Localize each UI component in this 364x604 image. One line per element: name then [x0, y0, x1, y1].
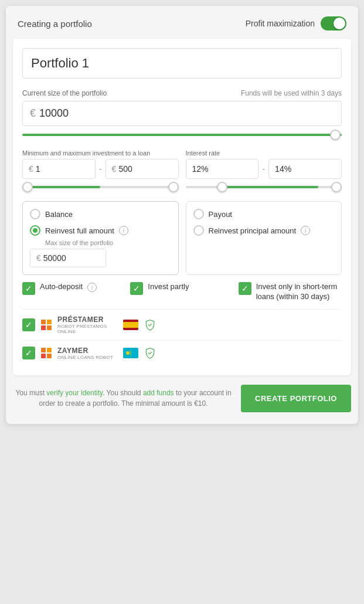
invest-partly-checkbox[interactable]: ✓ — [130, 282, 143, 295]
prestamer-checkbox[interactable]: ✓ — [22, 318, 35, 331]
reinvest-full-info-icon[interactable]: i — [119, 226, 128, 235]
interest-track — [186, 186, 342, 188]
portfolio-size-slider[interactable] — [22, 130, 342, 140]
prestamer-icon — [41, 320, 52, 330]
interest-thumb-right[interactable] — [331, 182, 342, 192]
interest-thumb-left[interactable] — [217, 182, 227, 192]
investment-track — [22, 186, 179, 188]
zaymer-sub: ONLINE LOANS ROBOT — [57, 355, 113, 360]
payout-radio[interactable] — [193, 209, 204, 219]
invest-partly-item: ✓ Invest partly — [130, 282, 233, 302]
portfolio-name-input[interactable] — [22, 48, 342, 79]
prestamer-row: ✓ PRÉSTAMER ROBOT PRÉSTAMOS ONLINE — [22, 309, 342, 340]
reinvest-full-label: Reinvest full amount — [45, 226, 114, 235]
reinvest-full-radio[interactable] — [30, 225, 40, 236]
interest-min-input[interactable] — [192, 164, 253, 174]
balance-option[interactable]: Balance — [30, 209, 171, 219]
investment-track-fill — [22, 186, 100, 188]
reinvest-principal-label: Reinvest principal amount — [209, 226, 297, 235]
auto-deposit-info-icon[interactable]: i — [87, 283, 97, 292]
balance-label: Balance — [45, 210, 73, 219]
short-term-item: ✓ Invest only in short-term loans (withi… — [239, 282, 342, 302]
reinvest-principal-info-icon[interactable]: i — [301, 226, 310, 235]
dash-separator: - — [99, 164, 102, 174]
max-size-currency: € — [36, 253, 41, 263]
prestamer-shield-icon — [144, 319, 156, 331]
investment-thumb-right[interactable] — [168, 182, 179, 192]
prestamer-sub: ROBOT PRÉSTAMOS ONLINE — [57, 324, 117, 334]
profit-label: Profit maximization — [246, 19, 315, 28]
add-funds-link[interactable]: add funds — [143, 389, 174, 397]
left-radio-box: Balance Reinvest full amount i Max size … — [22, 201, 179, 275]
slider-thumb-right[interactable] — [330, 130, 341, 140]
min-investment-input[interactable] — [36, 164, 89, 174]
prestamer-logo: PRÉSTAMER ROBOT PRÉSTAMOS ONLINE — [41, 315, 117, 334]
zaymer-row: ✓ ZAYMER ONLINE LOANS ROBOT — [22, 340, 342, 366]
interest-range-slider[interactable] — [186, 181, 342, 193]
currency-symbol: € — [30, 107, 36, 120]
max-size-label: Max size of the portfolio — [45, 239, 171, 246]
prestamer-name: PRÉSTAMER — [57, 315, 117, 324]
zaymer-checkbox[interactable]: ✓ — [22, 347, 35, 359]
profit-toggle[interactable] — [321, 16, 346, 30]
invest-partly-label: Invest partly — [148, 282, 189, 292]
slider-track — [22, 134, 342, 136]
current-size-label: Current size of the portfolio — [22, 89, 107, 97]
max-size-input[interactable] — [43, 253, 100, 263]
svg-rect-1 — [123, 322, 138, 328]
toggle-knob — [334, 18, 345, 29]
svg-point-3 — [126, 351, 130, 355]
zaymer-name: ZAYMER — [57, 347, 113, 355]
interest-label: Interest rate — [186, 150, 342, 157]
auto-deposit-item: ✓ Auto-deposit i — [22, 282, 125, 302]
interest-max-input[interactable] — [275, 164, 335, 174]
investment-label: Minimum and maximum investment to a loan — [22, 150, 179, 157]
interest-dash: - — [262, 164, 265, 174]
max-investment-input[interactable] — [118, 164, 172, 174]
payout-option[interactable]: Payout — [193, 209, 335, 219]
verify-identity-link[interactable]: verify your identity — [46, 389, 103, 397]
payout-label: Payout — [209, 210, 232, 219]
short-term-label: Invest only in short-term loans (within … — [256, 282, 342, 302]
max-size-input-wrapper: € — [30, 249, 106, 267]
right-radio-box: Payout Reinvest principal amount i — [186, 201, 342, 275]
create-portfolio-button[interactable]: CREATE PORTFOLIO — [241, 385, 351, 412]
zaymer-icon — [41, 348, 52, 358]
investment-range-slider[interactable] — [22, 181, 179, 193]
spain-flag-icon — [123, 320, 138, 330]
zaymer-shield-icon — [144, 347, 156, 359]
reinvest-full-option[interactable]: Reinvest full amount i — [30, 225, 171, 236]
footer-text: You must verify your identity. You shoul… — [13, 388, 234, 409]
auto-deposit-label: Auto-deposit — [40, 282, 83, 292]
funds-hint: Funds will be used within 3 days — [241, 89, 342, 97]
zaymer-logo: ZAYMER ONLINE LOANS ROBOT — [41, 347, 117, 360]
page-title: Creating a portfolio — [18, 19, 92, 29]
kazakhstan-flag-icon — [123, 348, 138, 358]
balance-radio[interactable] — [30, 209, 40, 219]
portfolio-value-input[interactable] — [39, 107, 334, 120]
reinvest-principal-radio[interactable] — [193, 225, 204, 236]
interest-track-fill — [217, 186, 318, 188]
min-currency: € — [29, 164, 33, 174]
short-term-checkbox[interactable]: ✓ — [239, 282, 251, 295]
reinvest-principal-option[interactable]: Reinvest principal amount i — [193, 225, 335, 236]
auto-deposit-checkbox[interactable]: ✓ — [22, 282, 35, 295]
investment-thumb-left[interactable] — [22, 182, 33, 192]
max-currency: € — [112, 164, 117, 174]
